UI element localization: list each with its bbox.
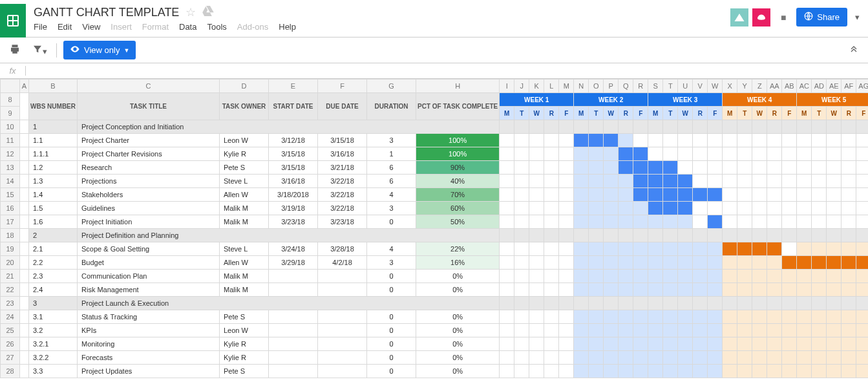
gantt-cell[interactable] <box>723 283 737 297</box>
spreadsheet-grid[interactable]: ABCDEFGHIJKLMNOPQRSTUVWXYZAAABACADAEAFAG… <box>0 79 868 384</box>
gantt-cell[interactable] <box>782 270 797 283</box>
gantt-cell[interactable] <box>842 310 856 324</box>
gantt-cell[interactable] <box>663 365 678 378</box>
gantt-cell[interactable] <box>842 161 856 175</box>
row-header[interactable]: 24 <box>1 310 20 324</box>
gantt-cell[interactable] <box>544 175 559 188</box>
gantt-cell[interactable] <box>752 351 767 365</box>
col-header[interactable]: AD <box>812 80 827 93</box>
gantt-cell[interactable] <box>827 351 842 365</box>
gantt-cell[interactable] <box>500 215 514 229</box>
data-cell[interactable] <box>269 337 318 351</box>
drive-icon[interactable] <box>202 6 214 19</box>
gantt-cell[interactable] <box>678 365 693 378</box>
gantt-cell[interactable] <box>827 161 842 175</box>
gantt-cell[interactable] <box>723 256 737 270</box>
col-header[interactable]: W <box>708 80 723 93</box>
gantt-cell[interactable] <box>589 256 604 270</box>
gantt-cell[interactable] <box>842 134 856 147</box>
gantt-cell[interactable] <box>782 202 797 215</box>
gantt-cell[interactable] <box>619 270 633 283</box>
data-cell[interactable]: Steve L <box>220 242 269 256</box>
gantt-cell[interactable] <box>559 337 574 351</box>
gantt-cell[interactable] <box>648 147 663 161</box>
gantt-cell[interactable] <box>648 297 663 310</box>
gantt-cell[interactable] <box>693 337 708 351</box>
star-icon[interactable]: ☆ <box>185 5 196 19</box>
gantt-cell[interactable] <box>544 283 559 297</box>
gantt-cell[interactable] <box>723 161 737 175</box>
gantt-cell[interactable] <box>827 229 842 242</box>
gantt-cell[interactable] <box>797 161 812 175</box>
data-cell[interactable]: 3/12/18 <box>269 134 318 147</box>
gantt-cell[interactable] <box>797 242 812 256</box>
gantt-cell[interactable] <box>767 270 782 283</box>
gantt-cell[interactable] <box>500 351 514 365</box>
gantt-cell[interactable] <box>693 161 708 175</box>
gantt-cell[interactable] <box>544 134 559 147</box>
data-cell[interactable]: Kylie R <box>220 351 269 365</box>
gantt-cell[interactable] <box>723 365 737 378</box>
gantt-cell[interactable] <box>752 297 767 310</box>
col-header[interactable]: N <box>574 80 589 93</box>
gantt-cell[interactable] <box>559 120 574 134</box>
data-cell[interactable]: Risk Management <box>78 283 220 297</box>
gantt-cell[interactable] <box>767 242 782 256</box>
gantt-cell[interactable] <box>529 365 544 378</box>
gantt-cell[interactable] <box>619 202 633 215</box>
gantt-cell[interactable] <box>827 337 842 351</box>
gantt-cell[interactable] <box>514 229 529 242</box>
col-header[interactable]: P <box>604 80 619 93</box>
gantt-cell[interactable] <box>619 175 633 188</box>
data-cell[interactable]: Monitoring <box>78 337 220 351</box>
gantt-cell[interactable] <box>663 337 678 351</box>
col-header[interactable]: X <box>723 80 737 93</box>
gantt-cell[interactable] <box>723 337 737 351</box>
gantt-cell[interactable] <box>752 147 767 161</box>
data-cell[interactable]: Projections <box>78 175 220 188</box>
gantt-cell[interactable] <box>589 242 604 256</box>
gantt-cell[interactable] <box>529 202 544 215</box>
gantt-cell[interactable] <box>514 134 529 147</box>
gantt-cell[interactable] <box>648 175 663 188</box>
gantt-cell[interactable] <box>737 215 752 229</box>
wbs-cell[interactable]: 1 <box>29 120 78 134</box>
gantt-cell[interactable] <box>842 229 856 242</box>
gantt-cell[interactable] <box>514 270 529 283</box>
gantt-cell[interactable] <box>663 147 678 161</box>
gantt-cell[interactable] <box>604 310 619 324</box>
gantt-cell[interactable] <box>633 242 648 256</box>
gantt-cell[interactable] <box>678 310 693 324</box>
data-cell[interactable]: 3/19/18 <box>269 202 318 215</box>
gantt-cell[interactable] <box>663 161 678 175</box>
gantt-cell[interactable] <box>604 188 619 202</box>
col-header[interactable]: C <box>78 80 220 93</box>
gantt-cell[interactable] <box>693 147 708 161</box>
gantt-cell[interactable] <box>574 337 589 351</box>
gantt-cell[interactable] <box>782 242 797 256</box>
gantt-cell[interactable] <box>708 324 723 337</box>
print-icon[interactable] <box>6 41 23 59</box>
gantt-cell[interactable] <box>856 324 868 337</box>
gantt-cell[interactable] <box>604 365 619 378</box>
menu-format[interactable]: Format <box>142 22 169 32</box>
gantt-cell[interactable] <box>827 297 842 310</box>
gantt-cell[interactable] <box>827 324 842 337</box>
gantt-cell[interactable] <box>678 202 693 215</box>
gantt-cell[interactable] <box>812 337 827 351</box>
gantt-cell[interactable] <box>619 297 633 310</box>
gantt-cell[interactable] <box>752 188 767 202</box>
gantt-cell[interactable] <box>856 283 868 297</box>
data-cell[interactable]: 1.1.1 <box>29 147 78 161</box>
gantt-cell[interactable] <box>663 188 678 202</box>
col-header[interactable]: D <box>220 80 269 93</box>
gantt-cell[interactable] <box>693 229 708 242</box>
data-cell[interactable]: 40% <box>416 175 500 188</box>
gantt-cell[interactable] <box>737 147 752 161</box>
data-cell[interactable]: Malik M <box>220 270 269 283</box>
wbs-cell[interactable]: 2 <box>29 229 78 242</box>
data-cell[interactable]: Project Charter Revisions <box>78 147 220 161</box>
gantt-cell[interactable] <box>812 134 827 147</box>
gantt-cell[interactable] <box>708 215 723 229</box>
gantt-cell[interactable] <box>842 256 856 270</box>
